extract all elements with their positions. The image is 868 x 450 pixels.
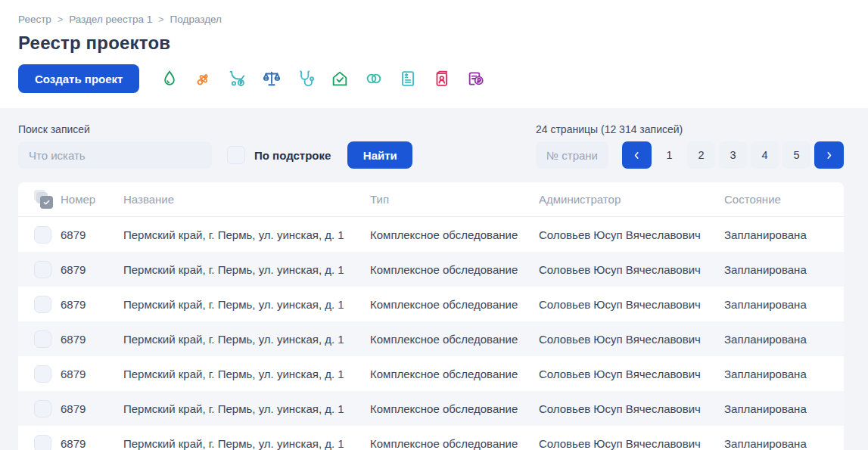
stethoscope-icon[interactable] xyxy=(296,69,316,88)
cell-name: Пермский край, г. Пермь, ул. уинская, д.… xyxy=(123,437,370,450)
cell-name: Пермский край, г. Пермь, ул. уинская, д.… xyxy=(123,333,370,346)
checkmark-icon xyxy=(40,196,53,209)
breadcrumb: Реестр > Раздел реестра 1 > Подраздел xyxy=(18,14,844,25)
cell-type: Комплексное обследование xyxy=(370,298,539,311)
table-row[interactable]: 6879 Пермский край, г. Пермь, ул. уинска… xyxy=(18,356,844,391)
page-button-1[interactable]: 1 xyxy=(655,141,683,169)
document-plusminus-icon[interactable] xyxy=(398,69,418,88)
breadcrumb-item-section[interactable]: Раздел реестра 1 xyxy=(69,14,152,25)
cell-name: Пермский край, г. Пермь, ул. уинская, д.… xyxy=(123,402,370,415)
page-button-5[interactable]: 5 xyxy=(782,141,810,169)
toolbar: Создать проект xyxy=(18,64,844,93)
house-check-icon[interactable] xyxy=(330,69,350,88)
rings-icon[interactable] xyxy=(364,69,384,88)
breadcrumb-separator: > xyxy=(158,14,163,25)
cell-administrator: Соловьев Юсуп Вячеславович xyxy=(539,437,724,450)
column-header-number: Номер xyxy=(61,193,123,206)
pagination-summary: 24 страницы (12 314 записей) xyxy=(536,123,844,135)
substring-label: По подстроке xyxy=(254,149,331,162)
cell-type: Комплексное обследование xyxy=(370,228,539,241)
page-button-2[interactable]: 2 xyxy=(687,141,715,169)
row-checkbox[interactable] xyxy=(34,331,51,348)
chevron-right-icon xyxy=(823,150,835,161)
row-checkbox[interactable] xyxy=(34,296,51,313)
pager: 12345 xyxy=(622,141,844,169)
column-header-administrator: Администратор xyxy=(539,193,724,206)
content: Поиск записей По подстроке Найти 24 стра… xyxy=(0,108,868,450)
person-card-icon[interactable] xyxy=(432,69,452,88)
cell-administrator: Соловьев Юсуп Вячеславович xyxy=(539,402,724,415)
cell-administrator: Соловьев Юсуп Вячеславович xyxy=(539,298,724,311)
column-header-status: Состояние xyxy=(724,193,844,206)
droplet-icon[interactable] xyxy=(160,69,179,88)
breadcrumb-item-registry[interactable]: Реестр xyxy=(18,14,51,25)
stroller-icon[interactable] xyxy=(228,69,247,88)
find-button[interactable]: Найти xyxy=(347,141,412,169)
cell-type: Комплексное обследование xyxy=(370,402,539,415)
create-project-button[interactable]: Создать проект xyxy=(18,64,139,93)
cell-name: Пермский край, г. Пермь, ул. уинская, д.… xyxy=(123,298,370,311)
cell-administrator: Соловьев Юсуп Вячеславович xyxy=(539,228,724,241)
breadcrumb-item-subsection[interactable]: Подраздел xyxy=(170,14,222,25)
cell-status: Запланирована xyxy=(724,333,844,346)
scales-icon[interactable] xyxy=(262,69,282,88)
pagination-block: 24 страницы (12 314 записей) 12345 xyxy=(536,123,844,169)
substring-checkbox[interactable] xyxy=(227,146,245,164)
cell-number: 6879 xyxy=(61,437,123,450)
cell-name: Пермский край, г. Пермь, ул. уинская, д.… xyxy=(123,263,370,276)
cell-number: 6879 xyxy=(61,402,123,415)
controls-bar: Поиск записей По подстроке Найти 24 стра… xyxy=(18,123,844,169)
toolbar-icons xyxy=(160,69,486,88)
cell-administrator: Соловьев Юсуп Вячеславович xyxy=(539,263,724,276)
row-checkbox[interactable] xyxy=(34,226,51,244)
cell-number: 6879 xyxy=(61,263,123,276)
table-row[interactable]: 6879 Пермский край, г. Пермь, ул. уинска… xyxy=(18,321,844,356)
search-block: Поиск записей По подстроке Найти xyxy=(18,123,412,169)
row-checkbox[interactable] xyxy=(34,435,51,450)
column-header-name: Название xyxy=(123,193,370,206)
cell-name: Пермский край, г. Пермь, ул. уинская, д.… xyxy=(123,228,370,241)
cell-type: Комплексное обследование xyxy=(370,333,539,346)
select-all-checkbox[interactable] xyxy=(34,190,53,209)
next-page-button[interactable] xyxy=(814,141,844,169)
cell-status: Запланирована xyxy=(724,437,844,450)
cell-administrator: Соловьев Юсуп Вячеславович xyxy=(539,333,724,346)
row-checkbox[interactable] xyxy=(34,261,51,278)
table-body: 6879 Пермский край, г. Пермь, ул. уинска… xyxy=(18,217,844,450)
page-header: Реестр > Раздел реестра 1 > Подраздел Ре… xyxy=(0,0,868,108)
table-row[interactable]: 6879 Пермский край, г. Пермь, ул. уинска… xyxy=(18,287,844,321)
cell-status: Запланирована xyxy=(724,368,844,380)
page: Реестр > Раздел реестра 1 > Подраздел Ре… xyxy=(0,0,868,450)
cell-number: 6879 xyxy=(61,228,123,241)
cell-type: Комплексное обследование xyxy=(370,368,539,380)
cell-type: Комплексное обследование xyxy=(370,437,539,450)
pacifier-icon[interactable] xyxy=(194,69,213,88)
cell-status: Запланирована xyxy=(724,298,844,311)
page-button-3[interactable]: 3 xyxy=(719,141,747,169)
column-header-type: Тип xyxy=(370,193,539,206)
projects-table: Номер Название Тип Администратор Состоян… xyxy=(18,182,844,450)
cell-name: Пермский край, г. Пермь, ул. уинская, д.… xyxy=(123,368,370,380)
cell-number: 6879 xyxy=(61,368,123,380)
cell-administrator: Соловьев Юсуп Вячеславович xyxy=(539,368,724,380)
search-label: Поиск записей xyxy=(18,123,412,135)
cell-number: 6879 xyxy=(61,298,123,311)
ruble-document-icon[interactable] xyxy=(466,69,486,88)
page-button-4[interactable]: 4 xyxy=(751,141,779,169)
table-row[interactable]: 6879 Пермский край, г. Пермь, ул. уинска… xyxy=(18,391,844,426)
cell-status: Запланирована xyxy=(724,402,844,415)
chevron-left-icon xyxy=(631,150,642,161)
search-input[interactable] xyxy=(18,141,212,169)
cell-status: Запланирована xyxy=(724,263,844,276)
row-checkbox[interactable] xyxy=(34,400,51,417)
row-checkbox[interactable] xyxy=(34,365,51,383)
breadcrumb-separator: > xyxy=(58,14,63,25)
cell-status: Запланирована xyxy=(724,228,844,241)
prev-page-button[interactable] xyxy=(622,141,652,169)
table-row[interactable]: 6879 Пермский край, г. Пермь, ул. уинска… xyxy=(18,252,844,287)
table-header-row: Номер Название Тип Администратор Состоян… xyxy=(18,182,844,217)
page-number-input[interactable] xyxy=(536,141,608,169)
table-row[interactable]: 6879 Пермский край, г. Пермь, ул. уинска… xyxy=(18,426,844,450)
table-row[interactable]: 6879 Пермский край, г. Пермь, ул. уинска… xyxy=(18,217,844,252)
cell-type: Комплексное обследование xyxy=(370,263,539,276)
